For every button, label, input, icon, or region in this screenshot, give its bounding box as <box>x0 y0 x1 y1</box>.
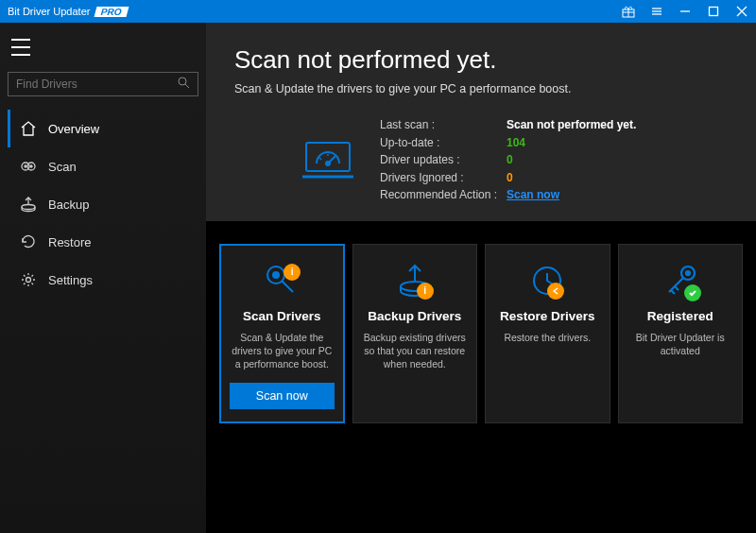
sidebar-item-label: Overview <box>48 122 99 136</box>
card-title: Backup Drivers <box>368 309 461 323</box>
svg-line-11 <box>185 84 189 88</box>
home-icon <box>20 120 37 137</box>
search-input[interactable] <box>16 77 178 91</box>
svg-line-21 <box>328 156 335 163</box>
restore-icon <box>20 233 37 250</box>
sidebar-item-overview[interactable]: Overview <box>8 110 198 147</box>
sidebar-item-label: Settings <box>48 273 93 287</box>
search-input-wrap[interactable] <box>8 72 198 96</box>
cards-row: i Scan Drivers Scan & Update the drivers… <box>206 221 756 423</box>
sidebar: Overview Scan Backup Restore Settings <box>0 23 206 533</box>
svg-point-16 <box>22 205 35 210</box>
stat-label: Recommended Action : <box>380 186 501 204</box>
stat-value-updates: 0 <box>507 151 513 169</box>
stats-table: Last scan :Scan not performed yet. Up-to… <box>380 116 636 204</box>
sidebar-item-scan[interactable]: Scan <box>8 147 198 185</box>
card-desc: Backup existing drivers so that you can … <box>363 331 468 409</box>
svg-point-10 <box>179 77 186 85</box>
laptop-gauge-icon <box>301 139 355 181</box>
pro-badge: PRO <box>94 7 129 17</box>
scan-icon <box>20 158 37 175</box>
page-title: Scan not performed yet. <box>234 45 728 75</box>
close-button[interactable] <box>728 0 756 23</box>
summary-panel: Scan not performed yet. Scan & Update th… <box>206 23 756 221</box>
info-badge-icon: i <box>417 283 434 300</box>
card-desc: Scan & Update the drivers to give your P… <box>230 331 335 373</box>
card-title: Restore Drivers <box>500 309 595 323</box>
sidebar-item-label: Scan <box>48 160 77 174</box>
card-restore-drivers[interactable]: Restore Drivers Restore the drivers. <box>485 244 610 423</box>
menu-icon[interactable] <box>643 0 671 23</box>
stat-label: Drivers Ignored : <box>380 169 501 187</box>
sidebar-item-restore[interactable]: Restore <box>8 223 198 261</box>
backup-drivers-icon: i <box>394 260 436 301</box>
card-scan-drivers[interactable]: i Scan Drivers Scan & Update the drivers… <box>219 244 345 423</box>
key-icon <box>660 260 701 301</box>
gear-icon <box>20 271 37 288</box>
stat-label: Last scan : <box>380 116 501 134</box>
check-badge-icon <box>684 284 701 301</box>
restore-drivers-icon <box>526 260 568 301</box>
card-registered[interactable]: Registered Bit Driver Updater is activat… <box>618 244 744 423</box>
main-content: Scan not performed yet. Scan & Update th… <box>206 23 756 533</box>
sidebar-item-label: Backup <box>48 198 89 212</box>
scan-now-button[interactable]: Scan now <box>230 383 335 409</box>
svg-rect-7 <box>710 8 718 16</box>
page-subtitle: Scan & Update the drivers to give your P… <box>234 82 728 95</box>
card-title: Registered <box>647 309 713 323</box>
card-desc: Bit Driver Updater is activated <box>628 331 733 409</box>
sidebar-item-backup[interactable]: Backup <box>8 185 198 223</box>
titlebar: Bit Driver Updater PRO <box>0 0 756 23</box>
svg-point-15 <box>30 165 32 167</box>
scan-now-link[interactable]: Scan now <box>507 186 559 204</box>
svg-point-14 <box>25 165 26 167</box>
stat-value-uptodate: 104 <box>507 134 525 152</box>
minimize-button[interactable] <box>671 0 699 23</box>
sidebar-item-settings[interactable]: Settings <box>8 261 198 299</box>
sidebar-item-label: Restore <box>48 235 92 249</box>
card-backup-drivers[interactable]: i Backup Drivers Backup existing drivers… <box>352 244 478 423</box>
maximize-button[interactable] <box>699 0 728 23</box>
stat-label: Up-to-date : <box>380 134 501 152</box>
stat-value-lastscan: Scan not performed yet. <box>507 116 636 134</box>
svg-point-17 <box>26 278 31 283</box>
backup-icon <box>20 196 37 213</box>
svg-line-25 <box>282 281 293 292</box>
svg-line-22 <box>319 158 321 160</box>
search-icon <box>178 76 190 93</box>
stat-label: Driver updates : <box>380 151 501 169</box>
card-title: Scan Drivers <box>243 309 321 323</box>
svg-point-26 <box>273 272 279 278</box>
svg-point-30 <box>686 271 690 275</box>
card-desc: Restore the drivers. <box>504 331 591 409</box>
stat-value-ignored: 0 <box>507 169 513 187</box>
svg-rect-18 <box>306 143 350 171</box>
gift-icon[interactable] <box>614 0 643 23</box>
app-name: Bit Driver Updater <box>8 6 90 17</box>
scan-drivers-icon: i <box>261 260 302 301</box>
hamburger-icon[interactable] <box>11 36 38 59</box>
